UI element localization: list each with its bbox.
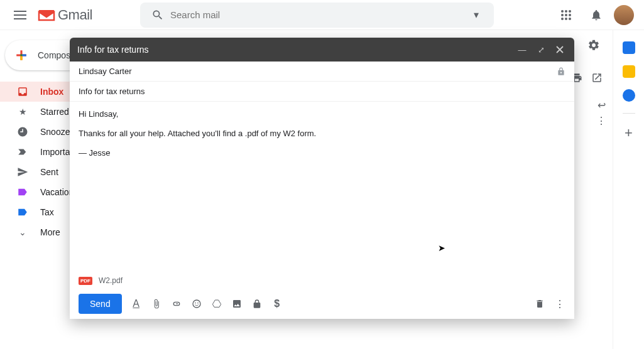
sidebar-item-label: Tax bbox=[40, 207, 54, 217]
svg-point-9 bbox=[193, 300, 200, 308]
body-line: Thanks for all your help. Attached you'l… bbox=[79, 129, 565, 138]
compose-footer: Send A $ ⋮ bbox=[70, 289, 574, 319]
apps-icon bbox=[560, 9, 572, 21]
bell-icon bbox=[590, 9, 603, 21]
notifications-button[interactable] bbox=[584, 3, 609, 28]
compose-window: Info for tax returns — ⤢ Lindsay Carter … bbox=[70, 38, 574, 319]
close-button[interactable] bbox=[553, 43, 567, 56]
svg-point-8 bbox=[569, 18, 571, 20]
sidebar-item-label: Vacation bbox=[40, 187, 74, 197]
drive-icon bbox=[212, 299, 222, 309]
subject-row[interactable]: Info for tax returns bbox=[70, 82, 574, 102]
compose-header[interactable]: Info for tax returns — ⤢ bbox=[70, 38, 574, 62]
body-signature: — Jesse bbox=[79, 148, 565, 158]
insert-photo-button[interactable] bbox=[231, 299, 243, 309]
sidebar-item-label: More bbox=[40, 227, 60, 237]
hamburger-icon bbox=[14, 11, 26, 19]
sent-icon bbox=[16, 166, 29, 178]
recipient-name: Lindsay Carter bbox=[79, 67, 132, 76]
clock-icon bbox=[16, 126, 29, 137]
account-avatar[interactable] bbox=[614, 5, 634, 25]
inbox-icon bbox=[16, 86, 29, 97]
add-addon-button[interactable]: + bbox=[625, 125, 633, 141]
trash-icon bbox=[535, 299, 545, 309]
link-icon bbox=[172, 299, 182, 309]
svg-point-4 bbox=[565, 14, 567, 16]
format-text-button[interactable]: A bbox=[131, 298, 142, 309]
svg-point-1 bbox=[565, 10, 567, 13]
insert-link-button[interactable] bbox=[171, 299, 182, 309]
insert-money-button[interactable]: $ bbox=[271, 298, 283, 309]
discard-draft-button[interactable] bbox=[534, 299, 545, 309]
svg-point-10 bbox=[195, 303, 196, 304]
search-dropdown-icon[interactable]: ▾ bbox=[464, 9, 489, 21]
star-icon: ★ bbox=[16, 107, 29, 117]
sidebar-item-label: Inbox bbox=[40, 87, 63, 97]
search-bar[interactable]: ▾ bbox=[140, 3, 494, 28]
reply-icon[interactable]: ↩ bbox=[598, 99, 606, 111]
label-icon bbox=[16, 186, 29, 198]
apps-button[interactable] bbox=[554, 3, 579, 28]
svg-point-2 bbox=[569, 10, 571, 13]
more-icon[interactable]: ⋮ bbox=[596, 115, 606, 127]
search-icon[interactable] bbox=[145, 9, 170, 21]
keep-addon[interactable] bbox=[623, 65, 635, 78]
attachment-chip[interactable]: PDF W2.pdf bbox=[70, 272, 574, 289]
emoji-icon bbox=[192, 299, 202, 309]
svg-point-11 bbox=[197, 303, 199, 304]
app-header: Gmail ▾ bbox=[0, 0, 644, 30]
cursor-icon: ➤ bbox=[438, 243, 445, 253]
lock-icon[interactable] bbox=[557, 67, 565, 76]
close-icon bbox=[556, 46, 564, 53]
minimize-button[interactable]: — bbox=[515, 43, 529, 56]
important-icon bbox=[16, 146, 29, 158]
side-panel: + bbox=[613, 30, 644, 349]
gmail-logo-icon bbox=[38, 9, 55, 21]
insert-emoji-button[interactable] bbox=[191, 299, 202, 309]
compose-title: Info for tax returns bbox=[77, 45, 149, 55]
insert-drive-button[interactable] bbox=[211, 299, 222, 309]
chevron-down-icon: ⌄ bbox=[16, 227, 29, 237]
svg-point-6 bbox=[561, 18, 564, 20]
photo-icon bbox=[232, 299, 242, 309]
svg-point-0 bbox=[561, 10, 564, 13]
lock-clock-icon bbox=[252, 299, 262, 309]
svg-point-3 bbox=[561, 14, 564, 16]
fullscreen-button[interactable]: ⤢ bbox=[534, 43, 548, 56]
compose-body[interactable]: Hi Lindsay, Thanks for all your help. At… bbox=[70, 102, 574, 272]
calendar-addon[interactable] bbox=[623, 41, 635, 54]
pdf-badge-icon: PDF bbox=[79, 277, 92, 285]
confidential-mode-button[interactable] bbox=[251, 299, 263, 309]
menu-button[interactable] bbox=[5, 0, 35, 30]
plus-icon bbox=[13, 46, 30, 64]
sidebar-item-label: Starred bbox=[40, 107, 69, 117]
attachment-name: W2.pdf bbox=[99, 276, 123, 285]
svg-point-5 bbox=[569, 14, 571, 16]
tasks-addon[interactable] bbox=[623, 89, 635, 102]
more-options-button[interactable]: ⋮ bbox=[554, 298, 565, 310]
svg-point-7 bbox=[565, 18, 567, 20]
recipient-row[interactable]: Lindsay Carter bbox=[70, 62, 574, 82]
sidebar-item-label: Sent bbox=[40, 167, 58, 177]
paperclip-icon bbox=[151, 299, 161, 309]
subject-text: Info for tax returns bbox=[79, 87, 145, 96]
logo[interactable]: Gmail bbox=[38, 7, 92, 23]
body-line: Hi Lindsay, bbox=[79, 109, 565, 119]
divider bbox=[623, 113, 635, 114]
send-button[interactable]: Send bbox=[79, 294, 122, 314]
search-input[interactable] bbox=[170, 9, 464, 20]
app-name: Gmail bbox=[58, 7, 92, 23]
attach-file-button[interactable] bbox=[151, 299, 162, 309]
label-icon bbox=[16, 207, 29, 218]
